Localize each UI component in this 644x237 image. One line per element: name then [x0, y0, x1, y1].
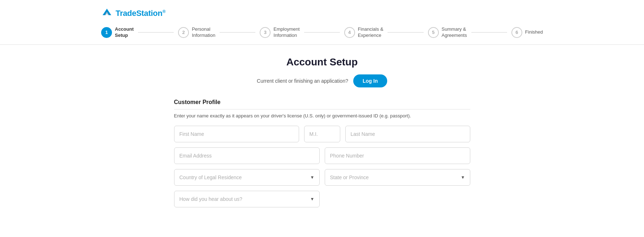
step-label-6: Finished [525, 29, 543, 35]
step-label-2: PersonalInformation [192, 26, 215, 39]
referral-row: How did you hear about us? Search Engine… [174, 191, 470, 207]
step-line-3-4 [304, 32, 340, 33]
header: TradeStation® [0, 0, 644, 20]
phone-field [325, 147, 470, 164]
step-label-4: Financials &Experience [358, 26, 384, 39]
step-line-1-2 [138, 32, 174, 33]
step-line-2-3 [220, 32, 255, 33]
step-3[interactable]: 3 EmploymentInformation [260, 26, 299, 39]
state-select-wrapper: State or Province Alabama Alaska Arizona… [325, 169, 470, 186]
stepper: 1 AccountSetup 2 PersonalInformation 3 E… [0, 20, 644, 39]
first-name-input[interactable] [174, 126, 299, 142]
middle-initial-field [304, 126, 340, 142]
login-button[interactable]: Log In [353, 74, 387, 87]
middle-initial-input[interactable] [304, 126, 340, 142]
step-circle-3: 3 [260, 27, 271, 38]
first-name-field [174, 126, 299, 142]
page-title: Account Setup [174, 56, 470, 68]
name-row [174, 126, 470, 142]
step-4[interactable]: 4 Financials &Experience [344, 26, 384, 39]
state-field: State or Province Alabama Alaska Arizona… [325, 169, 470, 186]
country-field: Country of Legal Residence United States… [174, 169, 320, 186]
section-description: Enter your name exactly as it appears on… [174, 113, 470, 118]
last-name-field [345, 126, 470, 142]
phone-input[interactable] [325, 147, 470, 164]
email-field [174, 147, 320, 164]
login-prompt-area: Current client or finishing an applicati… [174, 74, 470, 87]
logo-text: TradeStation® [116, 9, 165, 18]
step-line-5-6 [471, 32, 507, 33]
email-input[interactable] [174, 147, 320, 164]
step-circle-2: 2 [178, 27, 189, 38]
referral-select[interactable]: How did you hear about us? Search Engine… [174, 191, 320, 207]
main-content: Account Setup Current client or finishin… [167, 45, 477, 224]
country-select[interactable]: Country of Legal Residence United States… [174, 169, 320, 186]
contact-row [174, 147, 470, 164]
country-select-wrapper: Country of Legal Residence United States… [174, 169, 320, 186]
step-2[interactable]: 2 PersonalInformation [178, 26, 215, 39]
section-title: Customer Profile [174, 99, 470, 109]
step-5[interactable]: 5 Summary &Agreements [428, 26, 467, 39]
logo: TradeStation® [101, 7, 644, 20]
step-circle-6: 6 [511, 27, 522, 38]
step-circle-1: 1 [101, 27, 112, 38]
location-row: Country of Legal Residence United States… [174, 169, 470, 186]
logo-icon [101, 7, 113, 20]
step-circle-5: 5 [428, 27, 439, 38]
step-1[interactable]: 1 AccountSetup [101, 26, 134, 39]
referral-select-wrapper: How did you hear about us? Search Engine… [174, 191, 320, 207]
step-label-1: AccountSetup [115, 26, 134, 39]
step-6[interactable]: 6 Finished [511, 27, 543, 38]
step-label-5: Summary &Agreements [442, 26, 467, 39]
customer-profile-section: Customer Profile Enter your name exactly… [174, 99, 470, 207]
state-select[interactable]: State or Province Alabama Alaska Arizona [325, 169, 470, 186]
step-label-3: EmploymentInformation [273, 26, 299, 39]
referral-field: How did you hear about us? Search Engine… [174, 191, 320, 207]
login-prompt-text: Current client or finishing an applicati… [257, 78, 348, 84]
last-name-input[interactable] [345, 126, 470, 142]
step-line-4-5 [388, 32, 423, 33]
step-circle-4: 4 [344, 27, 355, 38]
